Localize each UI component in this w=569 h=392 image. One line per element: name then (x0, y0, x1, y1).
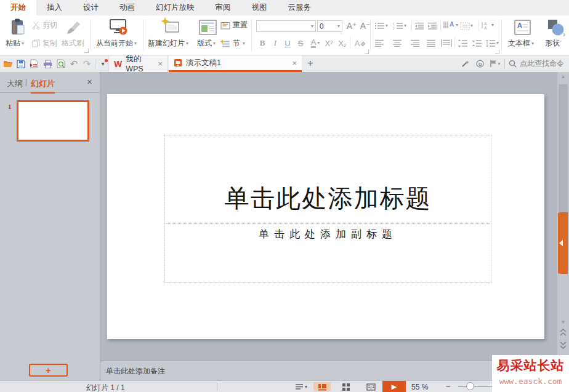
notes-toggle-button[interactable]: ▾ (293, 382, 309, 391)
play-slideshow-button[interactable]: ▶ (382, 381, 406, 392)
paste-label-row[interactable]: 粘贴▾ (6, 38, 24, 49)
character-scale-button[interactable]: AA ▾ (482, 20, 494, 31)
format-painter-label-row[interactable]: 格式刷 (62, 38, 84, 49)
align-justify-button[interactable] (426, 38, 436, 49)
clear-format-button[interactable]: A (353, 37, 368, 49)
slide-sorter-icon (342, 383, 350, 391)
close-panel-icon[interactable]: × (87, 76, 92, 87)
doc-tab-presentation1[interactable]: 演示文稿1 × (169, 55, 302, 72)
notes-lines-icon (295, 383, 304, 390)
print-button[interactable] (42, 58, 53, 69)
format-painter-button[interactable] (63, 18, 84, 36)
underline-button[interactable]: U (283, 37, 293, 49)
font-size-select[interactable]: 0▾ (317, 20, 342, 32)
play-from-current-button[interactable] (107, 17, 129, 36)
align-center-button[interactable] (392, 38, 402, 49)
superscript-button[interactable]: X² (323, 37, 335, 49)
scroll-up-button[interactable]: ▲ (557, 74, 569, 81)
reset-button[interactable]: 重置 (220, 20, 248, 30)
normal-view-button[interactable] (313, 382, 331, 391)
side-panel-handle[interactable] (558, 212, 568, 274)
decrease-indent-button[interactable] (414, 20, 424, 31)
align-left-button[interactable] (374, 38, 384, 49)
outline-tab[interactable]: 大纲 (7, 78, 23, 89)
menu-tab-view[interactable]: 视图 (241, 0, 278, 15)
line-spacing-button[interactable]: ▾ (485, 38, 499, 49)
ribbon-more-chevron-icon[interactable]: › (563, 30, 565, 39)
text-direction-button[interactable]: A ▾ (443, 20, 458, 31)
slide-canvas[interactable]: 单击此处添加标题 单击此处添加副标题 (107, 94, 544, 339)
font-color-button[interactable]: A▾ (307, 37, 323, 49)
increase-indent-button[interactable] (427, 20, 437, 31)
decrease-font-size-button[interactable]: A⁻ (359, 20, 371, 32)
find-command-box[interactable]: 点此查找命令 (509, 58, 564, 69)
paragraph-spacing-decrease-button[interactable] (472, 38, 482, 49)
ribbon-separator (440, 20, 441, 31)
paragraph-spacing-increase-button[interactable] (458, 38, 468, 49)
scroll-down-button[interactable]: ▼ (557, 319, 569, 327)
notes-placeholder-text: 单击此处添加备注 (106, 367, 165, 375)
menu-tab-animation[interactable]: 动画 (109, 0, 145, 15)
menu-tab-home[interactable]: 开始 (0, 0, 36, 15)
font-dialog-launcher-icon[interactable] (365, 50, 369, 54)
print-preview-button[interactable] (55, 58, 67, 69)
align-right-button[interactable] (410, 38, 420, 49)
tabbar-separator (504, 59, 505, 68)
new-slide-button[interactable] (159, 17, 181, 36)
bold-button[interactable]: B (257, 37, 267, 49)
shapes-label-row[interactable]: 形状 (545, 38, 560, 49)
subtitle-placeholder[interactable]: 单击此处添加副标题 (164, 223, 491, 283)
undo-button[interactable]: ↶ (68, 58, 79, 69)
line-spacing-icon (485, 39, 496, 47)
slides-tab[interactable]: 幻灯片 (31, 78, 55, 94)
paste-button[interactable] (6, 17, 30, 36)
numbered-list-button[interactable]: 12 ▾ (393, 20, 406, 31)
open-file-button[interactable] (2, 58, 14, 69)
zoom-slider-thumb[interactable] (466, 382, 474, 390)
slide-thumbnail[interactable] (17, 100, 89, 142)
layout-label-row[interactable]: 版式▾ (197, 38, 216, 49)
menu-tab-cloud[interactable]: 云服务 (278, 0, 322, 15)
ppt-beautify-button[interactable] (459, 58, 470, 69)
cut-button[interactable]: 剪切 (32, 20, 57, 31)
copy-button[interactable]: 复制 (32, 38, 57, 49)
bullet-list-button[interactable]: ▾ (374, 20, 388, 31)
docer-templates-button[interactable]: D (474, 58, 485, 69)
new-tab-button[interactable]: + (304, 57, 317, 70)
add-slide-button[interactable]: + (29, 364, 68, 377)
save-button[interactable] (15, 58, 26, 69)
slide-sorter-view-button[interactable] (338, 382, 354, 391)
close-tab-icon[interactable]: × (292, 58, 297, 68)
redo-button[interactable]: ↷ (81, 58, 92, 69)
menu-tab-slideshow[interactable]: 幻灯片放映 (145, 0, 205, 15)
menu-tab-review[interactable]: 审阅 (205, 0, 241, 15)
menu-tab-insert[interactable]: 插入 (36, 0, 73, 15)
scrollbar-thumb[interactable] (559, 84, 568, 212)
clipboard-dialog-launcher-icon[interactable] (84, 49, 89, 53)
reading-view-button[interactable] (363, 382, 379, 391)
placeholder-fit-button[interactable]: ▾ (460, 20, 473, 31)
section-button[interactable]: 节▾ (220, 38, 245, 49)
next-slide-button[interactable] (559, 341, 567, 350)
align-distribute-button[interactable] (441, 38, 452, 49)
increase-font-size-button[interactable]: A⁺ (345, 20, 358, 32)
italic-button[interactable]: I (271, 37, 280, 49)
export-pdf-button[interactable] (28, 58, 39, 69)
textbox-label-row[interactable]: 文本框▾ (508, 38, 534, 49)
previous-slide-button[interactable] (559, 328, 567, 337)
task-pane-button[interactable]: ▾ (488, 58, 502, 69)
new-slide-label-row[interactable]: 新建幻灯片▾ (148, 38, 188, 49)
play-from-current-label-row[interactable]: 从当前开始▾ (96, 38, 137, 49)
menu-tab-design[interactable]: 设计 (73, 0, 109, 15)
strikethrough-button[interactable]: S (296, 37, 305, 49)
layout-button[interactable] (198, 19, 217, 35)
customize-toolbar-button[interactable]: ▾ (97, 58, 108, 69)
subscript-button[interactable]: X₂ (336, 37, 349, 49)
title-placeholder[interactable]: 单击此处添加标题 (164, 135, 491, 223)
paragraph-dialog-launcher-icon[interactable] (495, 50, 499, 54)
textbox-button[interactable]: A (512, 18, 532, 36)
zoom-out-button[interactable]: − (446, 382, 451, 391)
close-tab-icon[interactable]: × (158, 59, 163, 68)
doc-tab-my-wps[interactable]: W 我的WPS × (108, 55, 168, 72)
font-name-select[interactable]: ▾ (256, 20, 316, 32)
